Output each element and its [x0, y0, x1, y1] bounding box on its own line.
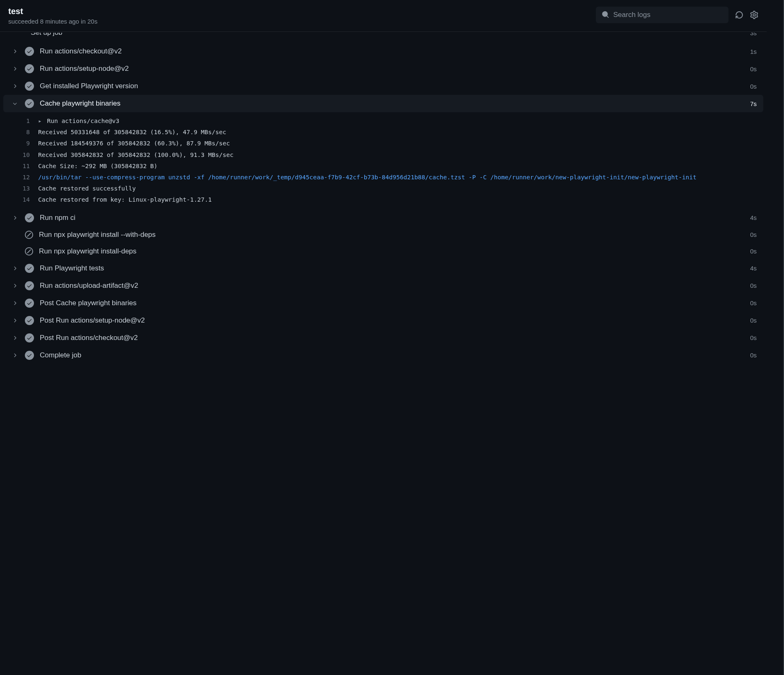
steps-list: Set up job 3s Run actions/checkout@v2 1s… [0, 32, 767, 367]
step-name: Set up job [31, 33, 750, 37]
chevron-right-icon [10, 300, 20, 306]
chevron-right-icon [10, 215, 20, 221]
chevron-right-icon [10, 283, 20, 289]
line-number: 9 [10, 139, 30, 148]
job-title: test [8, 7, 596, 16]
line-number: 10 [10, 150, 30, 160]
step-row[interactable]: Post Cache playwright binaries 0s [3, 294, 763, 312]
step-time: 7s [750, 100, 757, 107]
step-name: Run npm ci [40, 214, 750, 222]
step-row[interactable]: Run npx playwright install --with-deps 0… [3, 227, 763, 243]
step-name: Post Run actions/checkout@v2 [40, 334, 750, 342]
log-line: 8Received 50331648 of 305842832 (16.5%),… [3, 127, 763, 138]
step-name: Run npx playwright install --with-deps [39, 231, 750, 239]
step-row[interactable]: Run actions/upload-artifact@v2 0s [3, 277, 763, 294]
log-output: 1▸ Run actions/cache@v38Received 5033164… [3, 112, 763, 209]
step-row[interactable]: Complete job 0s [3, 347, 763, 364]
step-name: Post Run actions/setup-node@v2 [40, 316, 750, 325]
step-time: 0s [750, 299, 757, 306]
log-line: 10Received 305842832 of 305842832 (100.0… [3, 149, 763, 161]
check-circle-icon [25, 316, 34, 325]
step-row[interactable]: Run npm ci 4s [3, 209, 763, 227]
log-line: 9Received 184549376 of 305842832 (60.3%)… [3, 138, 763, 149]
check-circle-icon [25, 99, 34, 108]
chevron-down-icon [10, 101, 20, 106]
step-time: 0s [750, 282, 757, 289]
step-time: 1s [750, 48, 757, 55]
skip-circle-icon [25, 231, 33, 239]
check-circle-icon [25, 64, 34, 73]
step-name: Get installed Playwright version [40, 82, 750, 90]
log-content: Cache Size: ~292 MB (305842832 B) [38, 162, 757, 171]
chevron-right-icon [10, 48, 20, 54]
refresh-button[interactable] [735, 11, 743, 19]
line-number: 13 [10, 184, 30, 193]
step-name: Post Cache playwright binaries [40, 299, 750, 307]
job-header: test succeeded 8 minutes ago in 20s [0, 0, 767, 32]
step-time: 0s [750, 65, 757, 72]
chevron-right-icon [10, 66, 20, 72]
step-row[interactable]: Post Run actions/setup-node@v2 0s [3, 312, 763, 329]
search-container[interactable] [596, 7, 728, 23]
log-content: /usr/bin/tar --use-compress-program unzs… [38, 173, 757, 182]
check-circle-icon [25, 264, 34, 273]
check-circle-icon [25, 351, 34, 360]
chevron-right-icon [10, 265, 20, 271]
search-icon [602, 11, 609, 19]
step-name: Run actions/setup-node@v2 [40, 65, 750, 73]
step-name: Run actions/checkout@v2 [40, 47, 750, 55]
step-time: 0s [750, 352, 757, 359]
job-status: succeeded 8 minutes ago in 20s [8, 18, 596, 25]
line-number: 14 [10, 195, 30, 205]
check-circle-icon [25, 213, 34, 222]
step-row[interactable]: Get installed Playwright version 0s [3, 77, 763, 95]
check-circle-icon [25, 82, 34, 91]
line-number: 8 [10, 128, 30, 137]
line-number: 12 [10, 173, 30, 182]
check-circle-icon [25, 299, 34, 308]
chevron-right-icon [10, 318, 20, 323]
step-time: 0s [750, 248, 757, 255]
step-row[interactable]: Run Playwright tests 4s [3, 260, 763, 277]
check-circle-icon [25, 333, 34, 342]
log-toggle-icon[interactable]: ▸ [38, 118, 45, 124]
log-content: Cache restored from key: Linux-playwrigh… [38, 195, 757, 205]
step-time: 3s [750, 33, 757, 36]
step-row[interactable]: Run npx playwright install-deps 0s [3, 243, 763, 260]
search-input[interactable] [613, 11, 723, 19]
step-time: 0s [750, 334, 757, 341]
step-name: Run npx playwright install-deps [39, 247, 750, 256]
step-name: Complete job [40, 351, 750, 359]
step-row[interactable]: Cache playwright binaries 7s [3, 95, 763, 112]
log-line: 11Cache Size: ~292 MB (305842832 B) [3, 161, 763, 172]
step-time: 4s [750, 265, 757, 272]
step-name: Cache playwright binaries [40, 99, 750, 108]
log-content: Cache restored successfully [38, 184, 757, 193]
chevron-right-icon [10, 335, 20, 341]
step-row-cutoff: Set up job 3s [3, 33, 763, 43]
step-row[interactable]: Run actions/setup-node@v2 0s [3, 60, 763, 77]
line-number: 11 [10, 162, 30, 171]
step-name: Run actions/upload-artifact@v2 [40, 282, 750, 290]
step-time: 0s [750, 317, 757, 324]
skip-circle-icon [25, 247, 33, 256]
log-line: 1▸ Run actions/cache@v3 [3, 116, 763, 127]
log-content: Received 184549376 of 305842832 (60.3%),… [38, 139, 757, 148]
step-name: Run Playwright tests [40, 264, 750, 272]
step-time: 4s [750, 214, 757, 221]
log-line: 14Cache restored from key: Linux-playwri… [3, 194, 763, 205]
chevron-right-icon [10, 352, 20, 358]
line-number: 1 [10, 116, 30, 126]
step-time: 0s [750, 83, 757, 90]
step-time: 0s [750, 231, 757, 238]
settings-button[interactable] [750, 11, 758, 19]
log-line: 12/usr/bin/tar --use-compress-program un… [3, 172, 763, 183]
chevron-right-icon [10, 83, 20, 89]
log-content: ▸ Run actions/cache@v3 [38, 116, 757, 126]
log-content: Received 305842832 of 305842832 (100.0%)… [38, 150, 757, 160]
step-row[interactable]: Run actions/checkout@v2 1s [3, 43, 763, 60]
step-row[interactable]: Post Run actions/checkout@v2 0s [3, 329, 763, 347]
log-content: Received 50331648 of 305842832 (16.5%), … [38, 128, 757, 137]
log-line: 13Cache restored successfully [3, 183, 763, 194]
check-circle-icon [25, 281, 34, 290]
